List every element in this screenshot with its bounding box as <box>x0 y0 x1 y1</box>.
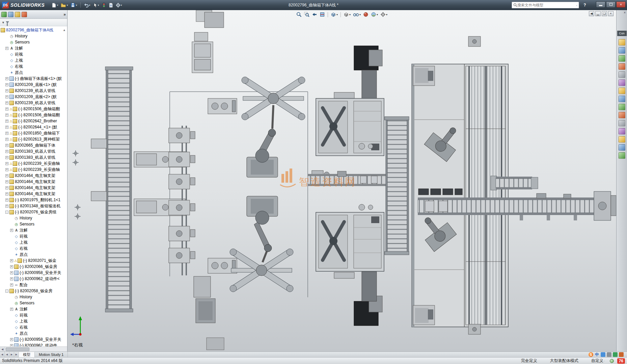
expand-toggle[interactable]: + <box>5 77 8 80</box>
search-input[interactable] <box>517 3 576 7</box>
tree-item[interactable]: 原点 <box>0 251 67 257</box>
expand-toggle[interactable]: + <box>10 344 13 347</box>
expand-toggle[interactable]: + <box>5 162 8 165</box>
expand-toggle[interactable]: + <box>5 199 8 202</box>
tree-item[interactable]: + 82001209_底板<1> (默 <box>0 82 67 88</box>
tree-item[interactable]: + 注解 <box>0 306 67 312</box>
tree-item[interactable]: 右视 <box>0 245 67 251</box>
scroll-left-icon[interactable]: ◀ <box>0 347 5 352</box>
expand-toggle[interactable]: + <box>5 83 8 86</box>
task-icon-06[interactable] <box>619 80 625 86</box>
task-icon-11[interactable] <box>619 120 625 126</box>
apply-scene-button[interactable] <box>370 11 379 18</box>
tree-item[interactable]: + 82001464_电主轴支架 <box>0 173 67 179</box>
tree-item[interactable]: + 注解 <box>0 45 67 51</box>
tree-item[interactable]: History <box>0 33 67 39</box>
tab-motion-study[interactable]: Motion Study 1 <box>35 352 68 357</box>
last-tab-arrow[interactable]: ▶ <box>14 352 19 357</box>
expand-toggle[interactable]: + <box>5 168 8 171</box>
dimxpert-tab-icon[interactable] <box>22 12 27 17</box>
tree-item[interactable]: History <box>0 215 67 221</box>
expand-toggle[interactable]: + <box>5 101 8 104</box>
task-icon-10[interactable] <box>619 112 625 118</box>
tree-item[interactable]: 前视 <box>0 312 67 318</box>
expand-toggle[interactable]: + <box>5 180 8 183</box>
expand-toggle[interactable]: + <box>10 338 13 341</box>
open-button[interactable] <box>60 1 69 9</box>
tree-item[interactable]: + 82001239_机器人管线 <box>0 100 67 106</box>
tree-item[interactable]: + (-) 82000958_安全开关 <box>0 270 67 276</box>
hide-show-items-button[interactable] <box>352 11 361 18</box>
expand-toggle[interactable]: + <box>5 156 8 159</box>
edit-appearance-button[interactable] <box>362 11 369 18</box>
expand-toggle[interactable]: + <box>5 89 8 92</box>
new-document-button[interactable] <box>51 1 59 9</box>
undo-button[interactable] <box>83 1 91 9</box>
tree-item[interactable]: + (-) 82002071_钣金 <box>0 257 67 264</box>
task-icon-08[interactable] <box>619 96 625 102</box>
file-properties-button[interactable] <box>108 1 114 9</box>
expand-toggle[interactable]: + <box>5 205 8 208</box>
notification-badge[interactable]: 76 <box>617 358 625 364</box>
prev-tab-arrow[interactable]: ◀ <box>5 352 9 357</box>
task-icon-05[interactable] <box>619 71 625 78</box>
expand-toggle[interactable]: - <box>5 290 8 293</box>
task-icon-03[interactable] <box>619 55 625 62</box>
next-tab-arrow[interactable]: ▶ <box>9 352 14 357</box>
close-button[interactable]: × <box>616 1 626 8</box>
zoom-to-area-button[interactable] <box>303 11 310 18</box>
propertymanager-tab-icon[interactable] <box>8 12 13 17</box>
expand-toggle[interactable]: + <box>5 144 8 147</box>
tree-item[interactable]: + 82001239_机器人管线 <box>0 88 67 94</box>
tree-item[interactable]: + (-) 82001506_曲轴箱翻 <box>0 112 67 118</box>
tree-item[interactable]: + 82002665_曲轴箱下体 <box>0 142 67 148</box>
tree-item[interactable]: Sensors <box>0 300 67 306</box>
expand-toggle[interactable]: + <box>10 308 13 311</box>
tree-item[interactable]: 右视 <box>0 324 67 330</box>
tree-item[interactable]: + (-) 82002613_两种框架 <box>0 136 67 142</box>
tree-item[interactable]: 前视 <box>0 233 67 239</box>
status-custom-dropdown[interactable]: 自定义 <box>591 358 605 364</box>
filter-funnel-icon[interactable] <box>6 21 9 24</box>
doc-minimize-button[interactable]: ▁ <box>595 11 601 16</box>
expand-toggle[interactable]: + <box>5 108 8 111</box>
ime-pen-icon[interactable] <box>607 352 611 357</box>
task-pane-close-icon[interactable] <box>624 11 626 14</box>
tree-item[interactable]: + (-) 82002239_长安曲轴 <box>0 160 67 166</box>
tree-item[interactable]: 前视 <box>0 51 67 57</box>
tree-item[interactable]: + (-) 82002066_钣金房 <box>0 264 67 270</box>
expand-toggle[interactable]: + <box>5 126 8 129</box>
tree-item[interactable]: - (-) 82002076_钣金房组 <box>0 209 67 215</box>
task-icon-15[interactable] <box>619 152 625 159</box>
section-view-button[interactable] <box>319 11 326 18</box>
filter-dropdown-caret[interactable]: ▼ <box>2 21 5 24</box>
task-icon-07[interactable] <box>619 88 625 94</box>
scrollbar-thumb[interactable] <box>6 347 29 351</box>
tree-item[interactable]: 上视 <box>0 239 67 245</box>
tree-item[interactable]: + (-) 82001975_翻转机.1<1 <box>0 197 67 203</box>
ime-toolbox-icon[interactable] <box>619 352 624 357</box>
tree-item[interactable]: + 82001383_机器人管线 <box>0 148 67 154</box>
tree-item[interactable]: 上视 <box>0 57 67 63</box>
tree-item[interactable]: 右视 <box>0 63 67 69</box>
display-style-button[interactable] <box>343 11 351 18</box>
minimize-button[interactable] <box>596 1 605 8</box>
expand-toggle[interactable]: + <box>5 132 8 135</box>
expand-toggle[interactable]: + <box>5 174 8 177</box>
view-orientation-button[interactable] <box>330 11 338 18</box>
tree-item[interactable]: + (-) 82001348_板链输送机 <box>0 203 67 209</box>
tree-item[interactable]: + (-) 82000962_提动件< <box>0 276 67 282</box>
tree-item[interactable]: + (-) 82000958_安全开关 <box>0 336 67 342</box>
expand-toggle[interactable]: + <box>5 114 8 117</box>
task-icon-12[interactable] <box>619 128 625 134</box>
tree-horizontal-scrollbar[interactable]: ◀ <box>0 346 67 352</box>
task-icon-09[interactable] <box>619 104 625 110</box>
doc-collapse-button[interactable]: ◀ <box>589 11 594 16</box>
ime-keyboard-icon[interactable] <box>613 352 618 357</box>
tree-item[interactable]: + 82001383_机器人管线 <box>0 154 67 160</box>
restore-button[interactable] <box>606 1 616 8</box>
tree-item[interactable]: + (-) 82002642_Brother <box>0 118 67 124</box>
ime-logo-icon[interactable]: S <box>589 352 593 357</box>
expand-toggle[interactable]: + <box>10 259 13 262</box>
doc-restore-button[interactable]: ❏ <box>602 11 607 16</box>
